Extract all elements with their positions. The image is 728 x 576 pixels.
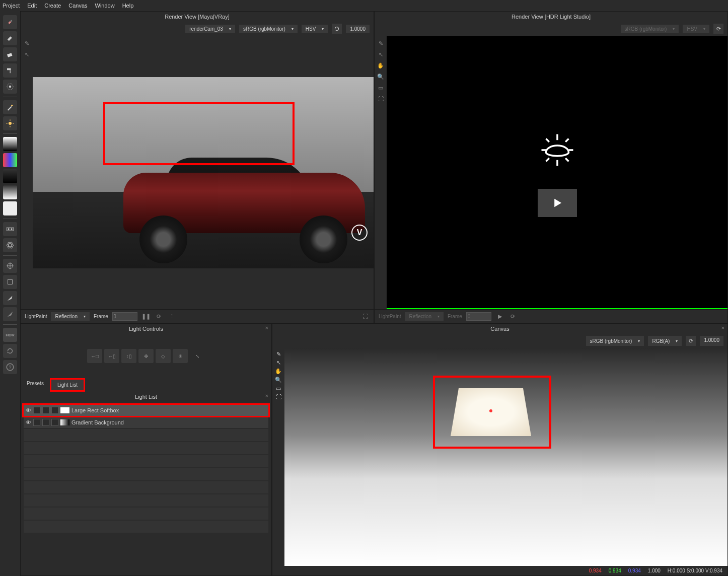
tab-lightlist[interactable]: Light List xyxy=(50,378,85,392)
render-view-maya: Render View [Maya|VRay] renderCam_03 sRG… xyxy=(20,11,374,323)
list-item xyxy=(24,494,268,507)
expand-icon[interactable]: ⛶ xyxy=(360,312,370,321)
cursor-icon[interactable]: ↖ xyxy=(22,50,31,59)
render-viewport-right[interactable] xyxy=(387,36,727,309)
pause-icon[interactable]: ❚❚ xyxy=(141,312,151,321)
refresh-icon[interactable]: ⟳ xyxy=(713,24,723,34)
light-tool-icon[interactable] xyxy=(3,116,17,130)
atom-icon[interactable] xyxy=(3,238,17,252)
refresh-icon[interactable]: ⟳ xyxy=(686,336,696,346)
camera-dropdown[interactable]: renderCam_03 xyxy=(185,25,235,33)
menu-canvas[interactable]: Canvas xyxy=(68,3,87,9)
solo-checkbox[interactable] xyxy=(33,407,40,414)
close-icon[interactable]: × xyxy=(265,393,268,399)
move-free-tool-icon[interactable]: ✥ xyxy=(138,349,154,363)
hand-icon[interactable]: ✋ xyxy=(275,368,282,375)
cursor-icon[interactable]: ↖ xyxy=(276,359,281,366)
tab-presets[interactable]: Presets xyxy=(21,378,50,392)
preset2-icon[interactable] xyxy=(3,169,17,183)
gradient-tool-icon[interactable] xyxy=(3,137,17,151)
close-icon[interactable]: × xyxy=(721,325,724,331)
mode-dropdown-hdr[interactable]: HSV xyxy=(683,25,709,33)
tabs: Presets Light List xyxy=(21,378,271,392)
brightness-tool-icon[interactable]: ☀ xyxy=(173,349,188,363)
brush-tool-icon[interactable] xyxy=(3,15,17,29)
arrow-icon[interactable] xyxy=(3,307,17,321)
wand-tool-icon[interactable] xyxy=(3,100,17,114)
hsv-value: H:0.000 S:0.000 V:0.934 xyxy=(668,568,722,573)
preset1-icon[interactable] xyxy=(3,153,17,167)
move-tool-icon[interactable]: ↔□ xyxy=(87,349,102,363)
lock-checkbox[interactable] xyxy=(42,407,49,414)
brush-icon[interactable]: ✎ xyxy=(276,351,281,357)
svg-line-28 xyxy=(565,138,568,141)
preset4-icon[interactable] xyxy=(3,201,17,215)
crosshair-icon[interactable] xyxy=(3,259,17,273)
brush-icon[interactable]: ✎ xyxy=(376,39,385,48)
frame-icon[interactable]: ▭ xyxy=(376,83,385,92)
menu-window[interactable]: Window xyxy=(95,3,115,9)
canvas-exposure[interactable]: 1.0000 xyxy=(700,336,723,346)
zoom-icon[interactable]: 🔍 xyxy=(275,377,282,383)
canvas-mode-dropdown[interactable]: RGB(A) xyxy=(648,336,682,346)
scale-x-tool-icon[interactable]: ↔▯ xyxy=(104,349,119,363)
filmstrip-icon[interactable] xyxy=(3,222,17,236)
hdr-icon[interactable]: HDR xyxy=(3,328,17,342)
canvas-viewport[interactable] xyxy=(284,348,727,566)
render-right-bottombar: LightPaint Reflection Frame ▶ ⟳ xyxy=(375,309,727,323)
play-icon[interactable]: ▶ xyxy=(495,312,504,321)
menu-create[interactable]: Create xyxy=(44,3,61,9)
svg-line-27 xyxy=(546,138,549,141)
help-icon[interactable]: ? xyxy=(3,360,17,374)
menubar: Project Edit Create Canvas Window Help xyxy=(0,0,728,11)
reflection-dropdown[interactable]: Reflection xyxy=(51,312,89,321)
step-icon[interactable]: ⋮ xyxy=(168,312,177,321)
scale-tool-icon[interactable]: ⤡ xyxy=(190,349,205,363)
flag-checkbox[interactable] xyxy=(51,419,58,426)
menu-edit[interactable]: Edit xyxy=(27,3,37,9)
brush-icon[interactable]: ✎ xyxy=(22,39,31,48)
expand-icon[interactable]: ⛶ xyxy=(376,94,385,103)
mode-dropdown[interactable]: HSV xyxy=(302,25,328,33)
solo-checkbox[interactable] xyxy=(33,419,40,426)
refresh-icon[interactable]: ⟳ xyxy=(508,312,518,321)
preset3-icon[interactable] xyxy=(3,185,17,199)
cursor-icon[interactable]: ↖ xyxy=(376,50,385,59)
list-item xyxy=(24,429,268,441)
visibility-icon[interactable]: 👁 xyxy=(26,419,31,425)
hand-icon[interactable]: ✋ xyxy=(376,61,385,70)
refresh-hdr-icon[interactable] xyxy=(3,344,17,358)
menu-project[interactable]: Project xyxy=(3,3,20,9)
zoom-icon[interactable]: 🔍 xyxy=(376,72,385,81)
close-icon[interactable]: × xyxy=(265,325,268,331)
eraser-tool-icon[interactable] xyxy=(3,47,17,61)
rotate-tool-icon[interactable]: ◇ xyxy=(156,349,171,363)
flag-checkbox[interactable] xyxy=(51,407,58,414)
lightlist-item-gradient[interactable]: 👁 Gradient Background xyxy=(24,417,268,428)
hammer-tool-icon[interactable] xyxy=(3,63,17,78)
canvas-colorspace-dropdown[interactable]: sRGB (rgbMonitor) xyxy=(586,336,644,346)
frame-icon[interactable]: ▭ xyxy=(276,385,281,392)
lock-checkbox[interactable] xyxy=(42,419,49,426)
colorspace-dropdown[interactable]: sRGB (rgbMonitor) xyxy=(239,25,298,33)
colorspace-dropdown-hdr[interactable]: sRGB (rgbMonitor) xyxy=(621,25,679,33)
scale-y-tool-icon[interactable]: ↕▯ xyxy=(121,349,136,363)
target-tool-icon[interactable] xyxy=(3,80,17,94)
sun-icon xyxy=(535,127,580,174)
refresh-icon[interactable]: ⟳ xyxy=(155,312,164,321)
svg-point-4 xyxy=(9,86,12,88)
menu-help[interactable]: Help xyxy=(122,3,134,9)
feather-icon[interactable] xyxy=(3,291,17,305)
list-item xyxy=(24,481,268,493)
scraper-tool-icon[interactable] xyxy=(3,31,17,45)
canvas-footer: 0.934 0.934 0.934 1.000 H:0.000 S:0.000 … xyxy=(272,566,727,575)
expand-icon[interactable]: ⛶ xyxy=(276,394,281,400)
lightlist-item-softbox[interactable]: 👁 Large Rect Softbox xyxy=(24,405,268,416)
square-icon[interactable] xyxy=(3,275,17,289)
render-viewport-left[interactable]: V xyxy=(33,36,374,309)
frame-input[interactable] xyxy=(112,312,137,321)
play-button[interactable] xyxy=(538,189,577,217)
refresh-icon[interactable] xyxy=(332,24,342,34)
exposure-value[interactable]: 1.0000 xyxy=(346,25,370,33)
visibility-icon[interactable]: 👁 xyxy=(26,407,31,413)
